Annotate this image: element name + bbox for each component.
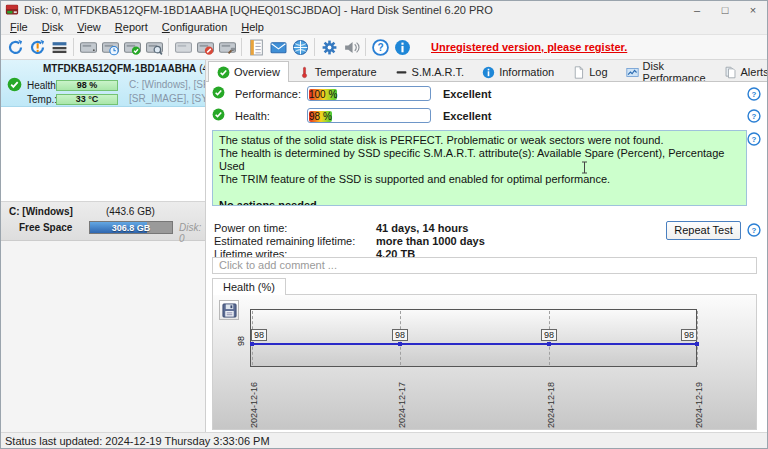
tab-label: Log xyxy=(589,66,607,78)
volumes-line-1: C: [Windows], [SR_A xyxy=(129,79,205,90)
save-chart-button[interactable] xyxy=(219,300,239,320)
disk-tool-icon[interactable] xyxy=(194,36,216,58)
tab-overview[interactable]: Overview xyxy=(208,61,289,82)
sidebar-empty-area xyxy=(1,241,205,432)
main-panel: OverviewTemperatureS.M.A.R.T.Information… xyxy=(206,60,767,432)
hard-disk-sentinel-window: Disk: 0, MTFDKBA512QFM-1BD1AABHA [UQHEQ0… xyxy=(0,0,768,449)
tab-information[interactable]: Information xyxy=(473,62,563,81)
tab-label: Overview xyxy=(234,66,280,78)
partition-name: C: [Windows] xyxy=(9,206,73,217)
unregistered-link[interactable]: Unregistered version, please register. xyxy=(431,41,627,53)
menu-configuration[interactable]: Configuration xyxy=(155,21,234,33)
help-icon[interactable]: ? xyxy=(747,109,761,125)
sidebar: MTFDKBA512QFM-1BD1AABHA (476.9 GB) Disk:… xyxy=(1,60,206,432)
disk-list-item-0[interactable]: MTFDKBA512QFM-1BD1AABHA (476.9 GB) Disk:… xyxy=(1,60,205,107)
disk-clock-icon[interactable] xyxy=(99,36,121,58)
power-on-value: 41 days, 14 hours xyxy=(376,222,468,234)
disk-repair-icon[interactable] xyxy=(216,36,238,58)
health-row: Health: 98 % xyxy=(27,79,118,92)
health-rating: Excellent xyxy=(443,110,491,122)
toolbar-icons: ? xyxy=(4,35,413,59)
title-bar: Disk: 0, MTFDKBA512QFM-1BD1AABHA [UQHEQ0… xyxy=(1,1,767,19)
health-line xyxy=(252,343,695,345)
tab-temperature[interactable]: Temperature xyxy=(289,62,386,81)
toolbar-separator xyxy=(365,38,366,56)
health-row-main: Health: 98 % Excellent xyxy=(212,108,491,123)
menu-view[interactable]: View xyxy=(70,21,108,33)
tab-s-m-a-r-t-[interactable]: S.M.A.R.T. xyxy=(386,62,474,81)
partition-size: (443.6 GB) xyxy=(106,206,155,217)
ok-check-icon xyxy=(212,86,225,101)
network-icon[interactable] xyxy=(289,36,311,58)
disk-list-icon[interactable] xyxy=(48,36,70,58)
refresh-icon[interactable] xyxy=(4,36,26,58)
repeat-test-button[interactable]: Repeat Test xyxy=(666,221,741,240)
data-point-label: 98 xyxy=(541,329,557,341)
sound-icon[interactable] xyxy=(340,36,362,58)
disk-size: (476.9 GB) xyxy=(199,63,205,74)
health-mini-bar: 98 % xyxy=(56,80,118,91)
window-title: Disk: 0, MTFDKBA512QFM-1BD1AABHA [UQHEQ0… xyxy=(24,4,683,16)
disk-icon[interactable] xyxy=(77,36,99,58)
disk-search-icon[interactable] xyxy=(143,36,165,58)
help-icon[interactable]: ? xyxy=(369,36,391,58)
x-axis-date-label: 2024-12-17 xyxy=(397,371,407,428)
performance-label: Performance: xyxy=(235,88,297,100)
ok-check-icon xyxy=(212,108,225,123)
thermometer-icon xyxy=(298,66,311,79)
y-axis-tick: 98 xyxy=(236,336,246,346)
no-action-text: No actions needed. xyxy=(219,199,740,206)
help-icon[interactable]: ? xyxy=(747,132,761,148)
gear-icon[interactable] xyxy=(318,36,340,58)
svg-text:?: ? xyxy=(752,90,757,99)
main-row: MTFDKBA512QFM-1BD1AABHA (476.9 GB) Disk:… xyxy=(1,60,767,432)
comment-field[interactable]: Click to add comment ... xyxy=(212,257,757,274)
chart-tab-health[interactable]: Health (%) xyxy=(212,278,286,295)
mail-icon[interactable] xyxy=(267,36,289,58)
svg-text:?: ? xyxy=(752,112,757,121)
disk-list: MTFDKBA512QFM-1BD1AABHA (476.9 GB) Disk:… xyxy=(1,60,205,202)
menu-disk[interactable]: Disk xyxy=(35,21,70,33)
toolbar-separator xyxy=(314,38,315,56)
tab-label: Alerts xyxy=(741,66,768,78)
disk-gray-icon[interactable] xyxy=(172,36,194,58)
x-axis-date-label: 2024-12-19 xyxy=(694,371,704,428)
performance-bar: 100 % xyxy=(307,86,431,101)
close-button[interactable]: × xyxy=(739,1,767,19)
svg-text:?: ? xyxy=(752,135,757,144)
power-on-row: Power on time: 41 days, 14 hours xyxy=(214,221,468,234)
info-icon[interactable] xyxy=(391,36,413,58)
refresh-warning-icon[interactable] xyxy=(26,36,48,58)
tab-label: Temperature xyxy=(315,66,377,78)
toolbar: ? Unregistered version, please register. xyxy=(1,34,767,60)
minimize-button[interactable]: – xyxy=(683,1,711,19)
partition-panel[interactable]: C: [Windows] (443.6 GB) Free Space 306.8… xyxy=(1,202,205,241)
overview-content: Performance: 100 % Excellent ? Health: 9… xyxy=(206,81,767,432)
data-point-label: 98 xyxy=(392,329,408,341)
tab-label: S.M.A.R.T. xyxy=(412,66,465,78)
status-bar: Status last updated: 2024-12-19 Thursday… xyxy=(1,432,767,448)
maximize-button[interactable]: □ xyxy=(711,1,739,19)
gridline xyxy=(697,311,698,365)
x-axis-date-label: 2024-12-16 xyxy=(249,371,259,428)
free-space-label: Free Space xyxy=(19,222,72,233)
tab-alerts[interactable]: Alerts xyxy=(715,62,768,81)
status-text-box[interactable]: The status of the solid state disk is PE… xyxy=(212,130,747,206)
menu-report[interactable]: Report xyxy=(108,21,155,33)
menu-help[interactable]: Help xyxy=(234,21,271,33)
tab-disk-performance[interactable]: Disk Performance xyxy=(617,62,715,81)
health-chart-plot: 98 98989898 xyxy=(250,309,697,367)
data-point xyxy=(250,342,254,346)
disk-check-icon[interactable] xyxy=(121,36,143,58)
report-icon[interactable] xyxy=(245,36,267,58)
health-chart-panel: 98 98989898 2024-12-162024-12-172024-12-… xyxy=(212,294,757,430)
status-line: The status of the solid state disk is PE… xyxy=(219,134,740,147)
help-icon[interactable]: ? xyxy=(747,223,761,239)
free-space-value: 306.8 GB xyxy=(90,223,172,233)
disk-name: MTFDKBA512QFM-1BD1AABHA xyxy=(43,63,196,74)
help-icon[interactable]: ? xyxy=(747,87,761,103)
temp-row: Temp.: 33 °C xyxy=(27,93,118,106)
tab-log[interactable]: Log xyxy=(563,62,616,81)
menu-file[interactable]: File xyxy=(3,21,35,33)
power-on-label: Power on time: xyxy=(214,222,376,234)
